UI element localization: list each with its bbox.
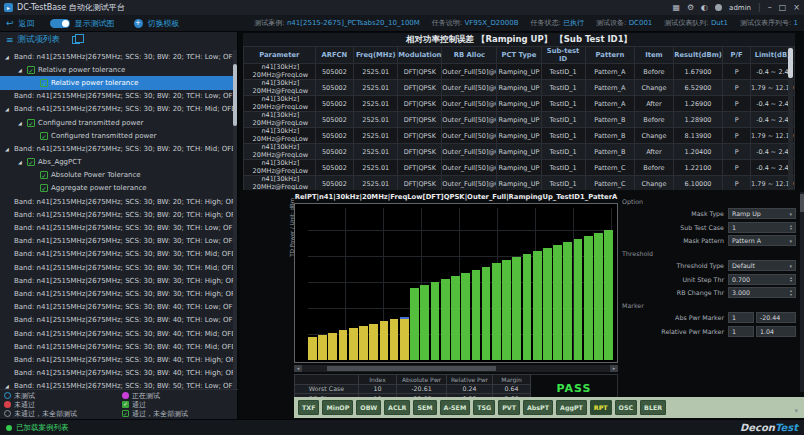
spinner-arrows-icon[interactable]: ▴▾ — [790, 224, 792, 231]
chart-bar — [359, 326, 368, 360]
test-check-icon: ✓ — [40, 132, 48, 140]
tree-item[interactable]: ◢✓Aggregate power tolerance — [0, 182, 234, 195]
chart-bar — [410, 288, 419, 360]
tree-item[interactable]: ◢Band: n41[2515MHz|2675MHz; SCS: 30; BW:… — [0, 353, 234, 366]
tree-item[interactable]: ◢Band: n41[2515MHz|2675MHz; SCS: 30; BW:… — [0, 274, 234, 287]
tree-item[interactable]: ◢Band: n41[2515MHz|2675MHz; SCS: 30; BW:… — [0, 90, 234, 103]
measure-tab-bler[interactable]: BLER — [640, 400, 666, 415]
table-cell: Pattern_B — [585, 144, 635, 160]
marker-index-input[interactable]: 1 — [728, 326, 754, 337]
back-button[interactable]: 返回 — [19, 18, 35, 29]
threshold-type-dropdown[interactable]: Default▾ — [728, 260, 796, 271]
rb-change-thr-spinner[interactable]: 3.000▴▾ — [728, 287, 796, 298]
tree-item[interactable]: ◢Band: n41[2515MHz|2675MHz; SCS: 30; BW:… — [0, 261, 234, 274]
table-row[interactable]: n41[30kHz]20MHz@FreqLow5050022525.01DFT|… — [244, 112, 795, 128]
tree-scrollbar[interactable] — [233, 50, 237, 390]
chart-hscrollbar[interactable]: ◂ ▸ — [294, 365, 618, 372]
legend-magenta-icon — [122, 392, 129, 399]
scroll-left-icon[interactable]: ◂ — [294, 365, 302, 372]
table-scrollbar[interactable] — [788, 46, 793, 190]
table-cell: Before — [635, 64, 674, 80]
mask-pattern-dropdown[interactable]: Pattern A▾ — [728, 235, 796, 246]
measure-tab-osc[interactable]: OSC — [615, 400, 638, 415]
tree-item[interactable]: ◢Band: n41[2515MHz|2675MHz; SCS: 30; BW:… — [0, 221, 234, 234]
tree-item[interactable]: ◢✓Absolute Power Tolerance — [0, 169, 234, 182]
expand-arrow-icon[interactable]: ◢ — [5, 146, 11, 152]
table-row[interactable]: n41[30kHz]20MHz@FreqLow5050022525.01DFT|… — [244, 144, 795, 160]
expand-arrow-icon[interactable]: ◢ — [18, 67, 24, 73]
chart-bar — [431, 282, 440, 360]
tree-item[interactable]: ◢Band: n41[2515MHz|2675MHz; SCS: 30; BW:… — [0, 340, 234, 353]
measure-tab-rpt[interactable]: RPT — [590, 400, 612, 415]
hscroll-thumb[interactable] — [327, 366, 496, 371]
marker-index-input[interactable]: 1 — [728, 312, 754, 323]
table-cell: 2525.01 — [354, 112, 398, 128]
tree-item[interactable]: ◢Band: n41[2515MHz|2675MHz; SCS: 30; BW:… — [0, 50, 234, 63]
tree-item[interactable]: ◢Band: n41[2515MHz|2675MHz; SCS: 30; BW:… — [0, 103, 234, 116]
globe-icon[interactable]: ◐ — [701, 3, 708, 12]
switch-template-icon[interactable]: + — [134, 19, 143, 28]
expand-arrow-icon[interactable]: ◢ — [5, 106, 11, 112]
table-row[interactable]: n41[30kHz]20MHz@FreqLow5050022525.01DFT|… — [244, 64, 795, 80]
measure-tab-pvt[interactable]: PVT — [498, 400, 520, 415]
tree-item[interactable]: ◢✓Relative power tolerance — [0, 63, 234, 76]
table-row[interactable]: n41[30kHz]20MHz@FreqLow5050022525.01DFT|… — [244, 160, 795, 176]
marker-value-input[interactable]: -20.44 — [756, 312, 796, 323]
measure-tab-aggpt[interactable]: AggPT — [556, 400, 587, 415]
close-icon[interactable]: × — [793, 3, 800, 12]
tree-item[interactable]: ◢Band: n41[2515MHz|2675MHz; SCS: 30; BW:… — [0, 248, 234, 261]
tree-item[interactable]: ◢✓Configured transmitted power — [0, 129, 234, 142]
measure-tab-a-sem[interactable]: A-SEM — [440, 400, 471, 415]
region-scrollbar[interactable] — [800, 192, 804, 392]
table-cell: Outer_Full[50]@0 — [442, 80, 497, 96]
measure-tab-sem[interactable]: SEM — [413, 400, 436, 415]
minimize-icon[interactable]: – — [768, 3, 772, 12]
tree-item[interactable]: ◢Band: n41[2515MHz|2675MHz; SCS: 30; BW:… — [0, 327, 234, 340]
measure-tab-tsg[interactable]: TSG — [473, 400, 495, 415]
tree-item[interactable]: ◢✓Configured transmitted power — [0, 116, 234, 129]
scroll-right-icon[interactable]: ▸ — [610, 365, 618, 372]
tree-item[interactable]: ◢Band: n41[2515MHz|2675MHz; SCS: 30; BW:… — [0, 195, 234, 208]
table-row[interactable]: n41[30kHz]20MHz@FreqLow5050022525.01DFT|… — [244, 176, 795, 191]
table-row[interactable]: n41[30kHz]20MHz@FreqLow5050022525.01DFT|… — [244, 96, 795, 112]
info-label: 测试仪表序列号: — [740, 19, 794, 27]
measure-tab-obw[interactable]: OBW — [356, 400, 381, 415]
tree-item[interactable]: ◢Band: n41[2515MHz|2675MHz; SCS: 30; BW:… — [0, 367, 234, 380]
back-icon[interactable]: ↩ — [6, 18, 14, 28]
copy-icon[interactable] — [72, 36, 80, 44]
marker-value-input[interactable]: 1.04 — [756, 326, 796, 337]
show-chart-toggle[interactable] — [50, 19, 70, 28]
spinner-arrows-icon[interactable]: ▴▾ — [790, 276, 792, 283]
expand-arrow-icon[interactable]: ◢ — [5, 54, 11, 60]
measure-tab-txf[interactable]: TXF — [298, 400, 319, 415]
measure-tab-abspt[interactable]: AbsPT — [523, 400, 553, 415]
table-cell: DFT|QPSK — [398, 80, 442, 96]
tree-item[interactable]: ◢Band: n41[2515MHz|2675MHz; SCS: 30; BW:… — [0, 208, 234, 221]
table-row[interactable]: n41[30kHz]20MHz@FreqLow5050022525.01DFT|… — [244, 128, 795, 144]
table-cell: TestID_1 — [541, 80, 585, 96]
unit-step-thr-spinner[interactable]: 0.700▴▾ — [728, 274, 796, 285]
grid-icon[interactable]: ▦ — [672, 3, 680, 12]
table-row[interactable]: n41[30kHz]20MHz@FreqLow5050022525.01DFT|… — [244, 80, 795, 96]
sub-test-case-spinner[interactable]: 1▴▾ — [728, 222, 796, 233]
tree-item[interactable]: ◢Band: n41[2515MHz|2675MHz; SCS: 30; BW:… — [0, 301, 234, 314]
spinner-arrows-icon[interactable]: ▴▾ — [790, 289, 792, 296]
table-cell: After — [635, 96, 674, 112]
tree-item[interactable]: ◢Band: n41[2515MHz|2675MHz; SCS: 30; BW:… — [0, 287, 234, 300]
gear-icon[interactable]: ⚙ — [687, 3, 694, 12]
table-cell: P — [723, 176, 751, 191]
tree-item[interactable]: ◢✓Relative power tolerance — [0, 76, 234, 89]
measure-tab-aclr[interactable]: ACLR — [384, 400, 410, 415]
tree-item[interactable]: ◢Band: n41[2515MHz|2675MHz; SCS: 30; BW:… — [0, 314, 234, 327]
expand-arrow-icon[interactable]: ◢ — [18, 120, 24, 126]
tree-item[interactable]: ◢Band: n41[2515MHz|2675MHz; SCS: 30; BW:… — [0, 235, 234, 248]
tree-item[interactable]: ◢Band: n41[2515MHz|2675MHz; SCS: 30; BW:… — [0, 142, 234, 155]
mask-type-dropdown[interactable]: Ramp Up▾ — [728, 208, 796, 219]
parameter-cell: n41[30kHz]20MHz@FreqLow — [244, 112, 316, 128]
tree-item[interactable]: ◢✓Abs_AggPCT — [0, 156, 234, 169]
expand-arrow-icon[interactable]: ◢ — [18, 159, 24, 165]
maximize-icon[interactable]: □ — [779, 3, 787, 12]
measure-tab-minop[interactable]: MinOP — [322, 400, 353, 415]
switch-template-button[interactable]: 切换模板 — [148, 18, 180, 29]
scroll-down-icon[interactable]: ▾ — [794, 407, 798, 415]
